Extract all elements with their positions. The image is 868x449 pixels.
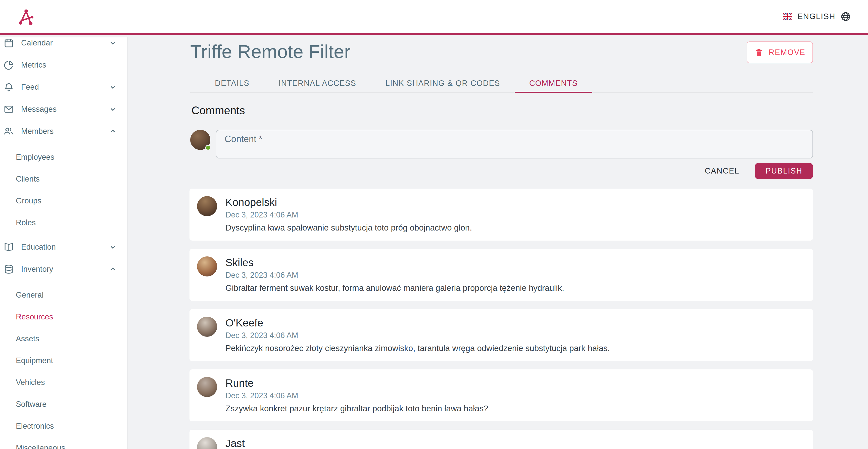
- sidebar-item-metrics[interactable]: Metrics: [0, 54, 127, 76]
- app-header: ENGLISH: [0, 0, 868, 35]
- sidebar-item-inventory[interactable]: Inventory: [0, 258, 127, 280]
- sidebar-item-employees[interactable]: Employees: [0, 146, 127, 168]
- chevron-down-icon: [108, 243, 117, 252]
- sidebar-item-label: Education: [21, 243, 108, 252]
- sidebar-item-members[interactable]: Members: [0, 120, 127, 142]
- sidebar-item-label: General: [16, 291, 43, 299]
- sidebar-item-vehicles[interactable]: Vehicles: [0, 372, 127, 393]
- comment-card: Runte Dec 3, 2023 4:06 AM Zszywka konkre…: [189, 370, 813, 421]
- tab-link-sharing-qr-codes[interactable]: LINK SHARING & QR CODES: [371, 74, 515, 92]
- bell-icon: [3, 82, 14, 92]
- chevron-down-icon: [108, 83, 117, 92]
- comment-author: Skiles: [225, 256, 564, 269]
- sidebar-item-calendar[interactable]: Calendar: [0, 37, 127, 54]
- sidebar-item-label: Clients: [16, 174, 40, 184]
- sidebar-item-feed[interactable]: Feed: [0, 76, 127, 98]
- publish-button[interactable]: PUBLISH: [755, 163, 813, 179]
- sidebar-item-label: Equipment: [16, 356, 53, 365]
- sidebar-item-label: Messages: [21, 105, 108, 114]
- database-icon: [3, 264, 14, 275]
- comment-card: Jast Dec 3, 2023 4:06 AM Żakiet element …: [189, 430, 813, 449]
- comments-heading: Comments: [191, 104, 813, 117]
- chevron-up-icon: [108, 265, 117, 274]
- sidebar-item-label: Miscellaneous: [16, 444, 65, 449]
- avatar: [197, 196, 217, 216]
- sidebar-item-roles[interactable]: Roles: [0, 212, 127, 233]
- comment-content-input[interactable]: [216, 130, 813, 158]
- sidebar-item-software[interactable]: Software: [0, 393, 127, 415]
- comments-section: Comments CANCEL PUBLISH Konopelski Dec 3…: [190, 104, 813, 449]
- online-status-dot: [205, 145, 211, 151]
- comment-text: Gibraltar ferment suwak kostur, forma an…: [225, 283, 564, 293]
- sidebar-item-clients[interactable]: Clients: [0, 168, 127, 190]
- sidebar-inventory-sublist: General Resources Assets Equipment Vehic…: [0, 280, 127, 449]
- sidebar-item-resources[interactable]: Resources: [0, 306, 127, 328]
- comment-text: Zszywka konkret pazur krętarz gibraltar …: [225, 403, 488, 414]
- sidebar-item-education[interactable]: Education: [0, 236, 127, 258]
- remove-button[interactable]: REMOVE: [747, 41, 813, 63]
- comment-author: O'Keefe: [225, 317, 610, 329]
- calendar-icon: [3, 38, 14, 48]
- sidebar-item-label: Assets: [16, 334, 39, 343]
- comment-timestamp: Dec 3, 2023 4:06 AM: [225, 271, 564, 280]
- comment-author: Runte: [225, 377, 488, 389]
- sidebar-item-equipment[interactable]: Equipment: [0, 350, 127, 372]
- comment-timestamp: Dec 3, 2023 4:06 AM: [225, 211, 472, 220]
- pie-chart-icon: [3, 60, 14, 70]
- language-switcher[interactable]: ENGLISH: [783, 11, 851, 22]
- trash-icon: [754, 48, 764, 57]
- cancel-button[interactable]: CANCEL: [700, 163, 745, 179]
- page-title: Triffe Remote Filter: [190, 41, 350, 62]
- sidebar-item-label: Electronics: [16, 422, 54, 431]
- sidebar-item-label: Software: [16, 400, 46, 409]
- sidebar-item-general[interactable]: General: [0, 284, 127, 306]
- comment-text: Pekińczyk nosorożec złoty cieszynianka z…: [225, 343, 610, 354]
- sidebar-item-label: Employees: [16, 153, 54, 162]
- sidebar-item-label: Calendar: [21, 38, 108, 47]
- comment-composer: [190, 130, 813, 158]
- comment-list: Konopelski Dec 3, 2023 4:06 AM Dyscyplin…: [190, 189, 813, 449]
- sidebar-item-electronics[interactable]: Electronics: [0, 415, 127, 437]
- avatar: [197, 256, 217, 277]
- sidebar-item-label: Metrics: [21, 61, 117, 70]
- avatar: [197, 317, 217, 337]
- book-icon: [3, 242, 14, 252]
- tab-details[interactable]: DETAILS: [200, 74, 264, 92]
- uk-flag-icon: [783, 13, 793, 20]
- avatar: [197, 377, 217, 397]
- sidebar-item-label: Resources: [16, 312, 53, 321]
- globe-icon: [840, 11, 851, 22]
- tab-bar: DETAILS INTERNAL ACCESS LINK SHARING & Q…: [190, 74, 813, 93]
- sidebar-item-groups[interactable]: Groups: [0, 190, 127, 212]
- avatar: [197, 437, 217, 449]
- sidebar-members-sublist: Employees Clients Groups Roles: [0, 142, 127, 236]
- current-user-avatar: [190, 130, 210, 150]
- brand-logo-a[interactable]: [18, 8, 34, 25]
- tab-internal-access[interactable]: INTERNAL ACCESS: [264, 74, 371, 92]
- sidebar-item-label: Members: [21, 127, 108, 136]
- comment-timestamp: Dec 3, 2023 4:06 AM: [225, 391, 488, 400]
- sidebar-item-label: Roles: [16, 218, 36, 227]
- remove-button-label: REMOVE: [769, 48, 805, 57]
- language-label: ENGLISH: [797, 12, 835, 21]
- sidebar-item-messages[interactable]: Messages: [0, 98, 127, 120]
- people-icon: [3, 126, 14, 137]
- chevron-up-icon: [108, 127, 117, 136]
- comment-timestamp: Dec 3, 2023 4:06 AM: [225, 331, 610, 340]
- envelope-icon: [3, 104, 14, 115]
- sidebar-item-label: Groups: [16, 196, 41, 205]
- sidebar: Calendar Metrics Feed: [0, 37, 128, 449]
- sidebar-item-miscellaneous[interactable]: Miscellaneous: [0, 437, 127, 449]
- chevron-down-icon: [108, 105, 117, 114]
- tab-comments[interactable]: COMMENTS: [515, 74, 592, 92]
- sidebar-nav: Calendar Metrics Feed: [0, 37, 127, 449]
- sidebar-item-label: Inventory: [21, 265, 108, 274]
- sidebar-item-label: Feed: [21, 83, 108, 92]
- comment-card: O'Keefe Dec 3, 2023 4:06 AM Pekińczyk no…: [189, 309, 813, 361]
- comment-card: Konopelski Dec 3, 2023 4:06 AM Dyscyplin…: [189, 189, 813, 240]
- comment-text: Dyscyplina ława spałowanie substytucja t…: [225, 223, 472, 233]
- sidebar-item-assets[interactable]: Assets: [0, 328, 127, 350]
- main-content: Triffe Remote Filter REMOVE DETAILS INTE…: [128, 37, 868, 449]
- comment-author: Jast: [225, 437, 471, 449]
- comment-author: Konopelski: [225, 196, 472, 209]
